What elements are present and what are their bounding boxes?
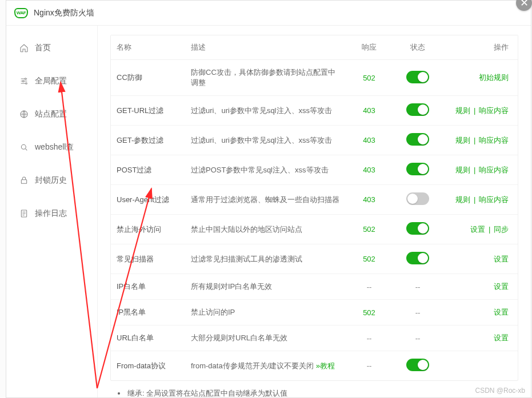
ops-link[interactable]: 设置 <box>494 333 509 342</box>
state-none: -- <box>415 308 421 317</box>
tutorial-link[interactable]: »教程 <box>316 361 335 370</box>
sidebar-item-webshell[interactable]: webshell查 <box>6 131 97 164</box>
ops-link[interactable]: 初始规则 <box>479 73 509 82</box>
cell-desc: 所有规则对IP白名单无效 <box>185 274 346 300</box>
cell-desc: 通常用于过滤浏览器、蜘蛛及一些自动扫描器 <box>185 185 346 215</box>
cell-resp: 403 <box>346 155 392 185</box>
svg-point-4 <box>21 144 26 149</box>
cell-ops: 设置 <box>443 325 518 351</box>
cell-name: POST过滤 <box>111 155 185 185</box>
state-toggle[interactable] <box>406 192 429 205</box>
cell-state <box>392 126 443 155</box>
ops-link[interactable]: 同步 <box>494 225 509 234</box>
cell-desc: 禁止访问的IP <box>185 300 346 325</box>
table-row: 常见扫描器过滤常见扫描测试工具的渗透测试502设置 <box>111 244 518 274</box>
cell-ops: 规则 | 响应内容 <box>443 185 518 215</box>
table-row: User-Agent过滤通常用于过滤浏览器、蜘蛛及一些自动扫描器403规则 | … <box>111 185 518 215</box>
cell-ops: 设置 <box>443 244 518 274</box>
ops-link[interactable]: 响应内容 <box>479 166 509 174</box>
cell-name: IP白名单 <box>111 274 185 300</box>
dialog-window: WAF Nginx免费防火墙 ✕ 首页 全局配置 站 <box>6 0 531 398</box>
sidebar-item-global-config[interactable]: 全局配置 <box>6 65 97 98</box>
toggle-knob <box>418 223 428 234</box>
state-toggle[interactable] <box>406 222 429 235</box>
sidebar-item-home[interactable]: 首页 <box>6 31 97 65</box>
ops-link[interactable]: 规则 <box>455 136 470 144</box>
table-row: CC防御防御CC攻击，具体防御参数请到站点配置中调整502初始规则 <box>111 60 518 96</box>
cell-resp: 403 <box>346 96 392 126</box>
cell-desc: 过滤常见扫描测试工具的渗透测试 <box>185 244 346 274</box>
state-toggle[interactable] <box>406 71 429 83</box>
cell-name: From-data协议 <box>111 351 185 381</box>
ops-link[interactable]: 设置 <box>470 225 485 234</box>
ops-separator: | <box>471 136 478 144</box>
cell-resp: 502 <box>346 215 392 244</box>
ops-separator: | <box>471 106 478 115</box>
sidebar-item-logs[interactable]: 操作日志 <box>6 197 97 230</box>
state-toggle[interactable] <box>406 163 429 175</box>
table-row: 禁止海外访问禁止中国大陆以外的地区访问站点502设置 | 同步 <box>111 215 518 244</box>
ops-link[interactable]: 规则 <box>455 195 470 204</box>
cell-desc: 过滤uri、uri参数中常见sql注入、xss等攻击 <box>185 126 346 155</box>
state-toggle[interactable] <box>406 359 429 371</box>
state-none: -- <box>415 283 421 291</box>
sidebar-item-label: webshell查 <box>35 142 74 152</box>
cell-ops <box>443 351 518 381</box>
ops-link[interactable]: 响应内容 <box>479 106 509 115</box>
sidebar-item-site-config[interactable]: 站点配置 <box>6 98 97 131</box>
dialog-body: 首页 全局配置 站点配置 webshell查 <box>6 26 531 397</box>
cell-state <box>392 155 443 185</box>
table-row: IP黑名单禁止访问的IP502--设置 <box>111 300 518 325</box>
toggle-knob <box>418 253 428 263</box>
toggle-knob <box>407 194 418 204</box>
cell-ops: 设置 <box>443 300 518 325</box>
rules-table: 名称 描述 响应 状态 操作 CC防御防御CC攻击，具体防御参数请到站点配置中调… <box>111 35 518 380</box>
svg-point-0 <box>25 78 26 80</box>
main-content: 名称 描述 响应 状态 操作 CC防御防御CC攻击，具体防御参数请到站点配置中调… <box>98 26 531 397</box>
cell-ops: 设置 <box>443 274 518 300</box>
table-row: From-data协议from-data传参规范开关/建议不要关闭 »教程-- <box>111 351 518 381</box>
state-toggle[interactable] <box>406 252 429 264</box>
sidebar-item-label: 操作日志 <box>35 208 67 219</box>
th-state: 状态 <box>392 35 443 60</box>
cell-name: CC防御 <box>111 60 185 96</box>
cell-resp: 403 <box>346 185 392 215</box>
ops-link[interactable]: 设置 <box>494 282 509 291</box>
cell-ops: 初始规则 <box>443 60 518 96</box>
lock-icon <box>19 176 29 185</box>
state-toggle[interactable] <box>406 103 429 116</box>
cell-resp: 403 <box>346 126 392 155</box>
ops-link[interactable]: 响应内容 <box>479 195 509 204</box>
titlebar: WAF Nginx免费防火墙 <box>6 1 531 26</box>
close-icon: ✕ <box>520 0 529 9</box>
globe-icon <box>19 110 29 119</box>
cell-resp: -- <box>346 325 392 351</box>
toggle-knob <box>418 164 428 174</box>
state-toggle[interactable] <box>406 133 429 146</box>
toggle-knob <box>418 134 428 144</box>
sidebar: 首页 全局配置 站点配置 webshell查 <box>6 26 98 397</box>
ops-link[interactable]: 规则 <box>455 106 470 115</box>
cell-desc: 过滤POST参数中常见sql注入、xss等攻击 <box>185 155 346 185</box>
cell-ops: 设置 | 同步 <box>443 215 518 244</box>
footer-note-inherit: 继承: 全局设置将在站点配置中自动继承为默认值 <box>126 387 515 398</box>
cell-resp: 502 <box>346 300 392 325</box>
th-resp: 响应 <box>346 35 392 60</box>
ops-link[interactable]: 响应内容 <box>479 136 509 144</box>
window-title: Nginx免费防火墙 <box>34 8 94 18</box>
cell-desc: 防御CC攻击，具体防御参数请到站点配置中调整 <box>185 60 346 96</box>
ops-link[interactable]: 规则 <box>455 166 470 174</box>
ops-link[interactable]: 设置 <box>494 255 509 263</box>
svg-point-1 <box>22 81 24 82</box>
ops-separator: | <box>486 225 493 234</box>
table-row: IP白名单所有规则对IP白名单无效----设置 <box>111 274 518 300</box>
cell-name: GET-参数过滤 <box>111 126 185 155</box>
sidebar-item-block-history[interactable]: 封锁历史 <box>6 164 97 197</box>
table-row: URL白名单大部分规则对URL白名单无效----设置 <box>111 325 518 351</box>
cell-name: 禁止海外访问 <box>111 215 185 244</box>
svg-point-2 <box>26 83 27 85</box>
cell-name: GET-URL过滤 <box>111 96 185 126</box>
cell-desc: 大部分规则对URL白名单无效 <box>185 325 346 351</box>
ops-link[interactable]: 设置 <box>494 308 509 316</box>
table-row: GET-参数过滤过滤uri、uri参数中常见sql注入、xss等攻击403规则 … <box>111 126 518 155</box>
